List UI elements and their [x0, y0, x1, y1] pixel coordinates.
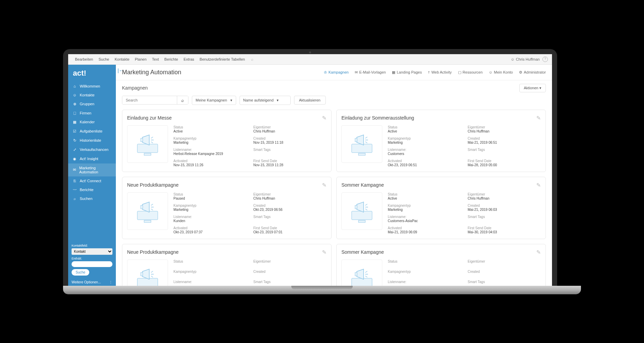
campaign-thumbnail	[127, 260, 168, 286]
tab-icon: ⫯	[428, 70, 430, 74]
sidebar-item-verkaufschancen[interactable]: ⤢Verkaufschancen	[68, 145, 116, 154]
tab-web-activity[interactable]: ⫯Web Activity	[428, 70, 452, 75]
sidebar-item-act-connect[interactable]: ⎘Act! Connect	[68, 176, 116, 185]
help-icon[interactable]: ?	[542, 57, 548, 62]
created-label: Created	[468, 270, 541, 274]
menu-benutzerdefinierte[interactable]: Benutzerdefinierte Tabellen	[197, 56, 248, 62]
campaign-title: Neue Produktkampagne	[127, 249, 179, 255]
menu-suche[interactable]: Suche	[96, 56, 112, 62]
list-value: Customers-AsiaPac	[388, 219, 461, 223]
campaign-card: Neue Produktkampagne✎StatusPausedEigentü…	[122, 177, 332, 239]
edit-icon[interactable]: ✎	[322, 182, 326, 188]
owner-value: Chris Huffman	[468, 197, 541, 200]
status-label: Status	[173, 260, 247, 263]
tab-label: Web Activity	[431, 70, 452, 74]
sidebar-item-gruppen[interactable]: ⊕Gruppen	[68, 99, 116, 109]
edit-icon[interactable]: ✎	[536, 182, 541, 188]
search-icon[interactable]: ⌕	[251, 57, 254, 61]
nav-label: Willkommen	[80, 84, 100, 88]
campaign-card: Einladung zur Messe✎StatusActiveEigentüm…	[122, 110, 332, 172]
nav-icon: ⌂	[72, 84, 77, 88]
sidebar-item-berichte[interactable]: 〰Berichte	[68, 185, 116, 194]
activated-value: Okt-23, 2019 07:37	[173, 230, 247, 234]
campaign-thumbnail	[341, 192, 382, 230]
type-value: Marketing	[173, 141, 247, 144]
edit-icon[interactable]: ✎	[322, 115, 326, 121]
nav-icon: ⌕	[72, 197, 77, 201]
campaign-title: Einladung zur Messe	[127, 115, 172, 121]
tab-e-mail-vorlagen[interactable]: ✉E-Mail-Vorlagen	[355, 70, 386, 75]
tab-icon: ♔	[324, 70, 327, 75]
list-label: Listenname:	[388, 148, 461, 152]
campaign-thumbnail	[341, 125, 382, 163]
tab-label: Mein Konto	[494, 70, 513, 74]
status-label: Status	[388, 125, 461, 129]
tags-label: Smart Tags	[468, 148, 541, 152]
created-value: Nov-15, 2019 11:18	[254, 141, 327, 144]
type-value: Marketing	[388, 141, 461, 144]
tab-icon: ▦	[392, 70, 395, 75]
kontaktfeld-select[interactable]: Kontakt	[72, 248, 112, 255]
search-button[interactable]: ⌕	[177, 96, 188, 104]
tab-administrator[interactable]: ⚙Administrator	[519, 70, 546, 75]
tab-mein-konto[interactable]: ☺Mein Konto	[489, 70, 513, 75]
sidebar-item-act-insight[interactable]: ◉Act! Insight	[68, 154, 116, 163]
nav-icon: ⊕	[72, 102, 77, 106]
tab-label: E-Mail-Vorlagen	[359, 70, 386, 74]
tags-label: Smart Tags	[254, 280, 327, 284]
aktualisieren-button[interactable]: Aktualisieren	[294, 96, 326, 105]
activated-label: Activated	[388, 159, 461, 163]
firstsend-value: Mai-30, 2019 04:03	[468, 230, 541, 234]
menu-bearbeiten[interactable]: Bearbeiten	[72, 56, 96, 62]
created-value: Mai-21, 2019 06:03	[468, 208, 541, 212]
sidebar-item-suchen[interactable]: ⌕Suchen	[68, 194, 116, 203]
nav-icon: ↻	[72, 138, 77, 143]
campaign-title: Sommer Kampagne	[341, 249, 384, 255]
status-label: Status	[388, 192, 461, 196]
user-profile[interactable]: ☺ Chris Huffman	[511, 57, 540, 61]
list-value: Customers	[388, 152, 461, 156]
edit-icon[interactable]: ✎	[536, 115, 541, 121]
edit-icon[interactable]: ✎	[322, 249, 326, 255]
suche-button[interactable]: Suche	[72, 269, 89, 276]
sidebar-item-firmen[interactable]: ⎕Firmen	[68, 109, 116, 118]
svg-rect-2	[141, 138, 143, 142]
menu-berichte[interactable]: Berichte	[162, 56, 181, 62]
sidebar-item-willkommen[interactable]: ⌂Willkommen	[68, 82, 116, 91]
aktionen-button[interactable]: Aktionen ▾	[519, 84, 546, 92]
firstsend-value: Mai-28, 2019 05:00	[468, 163, 541, 167]
menu-text[interactable]: Text	[149, 56, 162, 62]
menu-kontakte[interactable]: Kontakte	[112, 56, 132, 62]
nav-icon: ⤢	[72, 147, 77, 152]
search-input[interactable]	[122, 96, 177, 104]
nav-label: Kontakte	[80, 93, 94, 97]
collapse-sidebar-icon[interactable]: |←	[118, 68, 124, 73]
sidebar-item-marketing-automation[interactable]: ✉Marketing Automation	[68, 163, 116, 176]
filter-kampagnen-select[interactable]: Meine Kampagnen ▾	[192, 96, 236, 105]
menu-planen[interactable]: Planen	[132, 56, 149, 62]
svg-rect-0	[137, 144, 158, 153]
status-value: Paused	[173, 197, 247, 200]
type-label: Kampagnentyp	[173, 137, 247, 140]
type-label: Kampagnentyp	[388, 204, 461, 207]
status-label: Status	[173, 192, 247, 196]
menu-extras[interactable]: Extras	[181, 56, 197, 62]
list-value: Herbst-Release Kampagne 2019	[173, 152, 247, 156]
firstsend-value: Okt-23, 2019 07:01	[254, 230, 327, 234]
filter-sort-select[interactable]: Name aufsteigend ▾	[240, 96, 291, 105]
nav-label: Historienliste	[80, 138, 101, 142]
sidebar-item-aufgabenliste[interactable]: ☑Aufgabenliste	[68, 127, 116, 136]
svg-rect-8	[141, 205, 143, 209]
sidebar-item-kontakte[interactable]: ☺Kontakte	[68, 91, 116, 99]
weitere-optionen[interactable]: Weitere Optionen... ⋮	[68, 278, 116, 286]
tab-kampagnen[interactable]: ♔Kampagnen	[324, 70, 349, 75]
owner-label: Eigentümer	[254, 192, 327, 196]
svg-rect-14	[141, 272, 143, 276]
edit-icon[interactable]: ✎	[536, 249, 541, 255]
sidebar-item-historienliste[interactable]: ↻Historienliste	[68, 136, 116, 145]
enthaelt-input[interactable]	[72, 261, 112, 267]
sidebar-item-kalender[interactable]: ▦Kalender	[68, 118, 116, 127]
tab-landing-pages[interactable]: ▦Landing Pages	[392, 70, 421, 75]
svg-rect-4	[358, 153, 365, 155]
tab-ressourcen[interactable]: ▢Ressourcen	[458, 70, 483, 75]
